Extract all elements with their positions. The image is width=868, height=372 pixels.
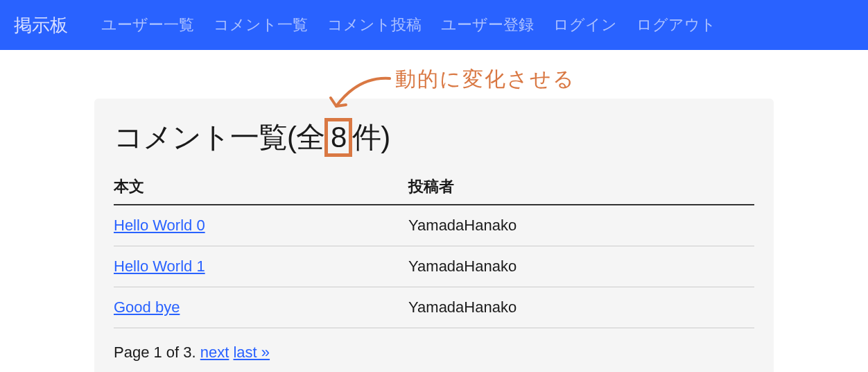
pager-last[interactable]: last » xyxy=(233,344,270,361)
comments-table: 本文 投稿者 Hello World 0 YamadaHanako Hello … xyxy=(114,169,754,328)
col-header-author: 投稿者 xyxy=(408,169,754,205)
table-row: Hello World 1 YamadaHanako xyxy=(114,246,754,287)
table-row: Good bye YamadaHanako xyxy=(114,287,754,328)
nav-link-users[interactable]: ユーザー一覧 xyxy=(101,15,194,35)
pager: Page 1 of 3. next last » xyxy=(114,344,754,362)
nav-link-post[interactable]: コメント投稿 xyxy=(327,15,422,35)
heading-suffix: 件) xyxy=(352,121,390,153)
nav-link-logout[interactable]: ログアウト xyxy=(636,15,716,35)
col-header-body: 本文 xyxy=(114,169,408,205)
navbar: 掲示板 ユーザー一覧 コメント一覧 コメント投稿 ユーザー登録 ログイン ログア… xyxy=(0,0,868,50)
main-panel: コメント一覧(全8件) 本文 投稿者 Hello World 0 YamadaH… xyxy=(94,99,774,372)
brand-link[interactable]: 掲示板 xyxy=(14,13,68,37)
comment-author: YamadaHanako xyxy=(408,205,754,246)
nav-link-comments[interactable]: コメント一覧 xyxy=(214,15,308,35)
comment-author: YamadaHanako xyxy=(408,287,754,328)
nav-link-register[interactable]: ユーザー登録 xyxy=(441,15,534,35)
annotation-text: 動的に変化させる xyxy=(395,65,575,94)
total-count: 8 xyxy=(324,118,352,157)
pager-next[interactable]: next xyxy=(200,344,229,361)
page-title: コメント一覧(全8件) xyxy=(114,118,754,157)
comment-link[interactable]: Good bye xyxy=(114,298,180,316)
comment-author: YamadaHanako xyxy=(408,246,754,287)
comment-link[interactable]: Hello World 1 xyxy=(114,257,205,275)
heading-prefix: コメント一覧(全 xyxy=(114,121,324,153)
comment-link[interactable]: Hello World 0 xyxy=(114,217,205,234)
pager-text: Page 1 of 3. xyxy=(114,344,200,361)
nav-link-login[interactable]: ログイン xyxy=(553,15,617,35)
table-row: Hello World 0 YamadaHanako xyxy=(114,205,754,246)
